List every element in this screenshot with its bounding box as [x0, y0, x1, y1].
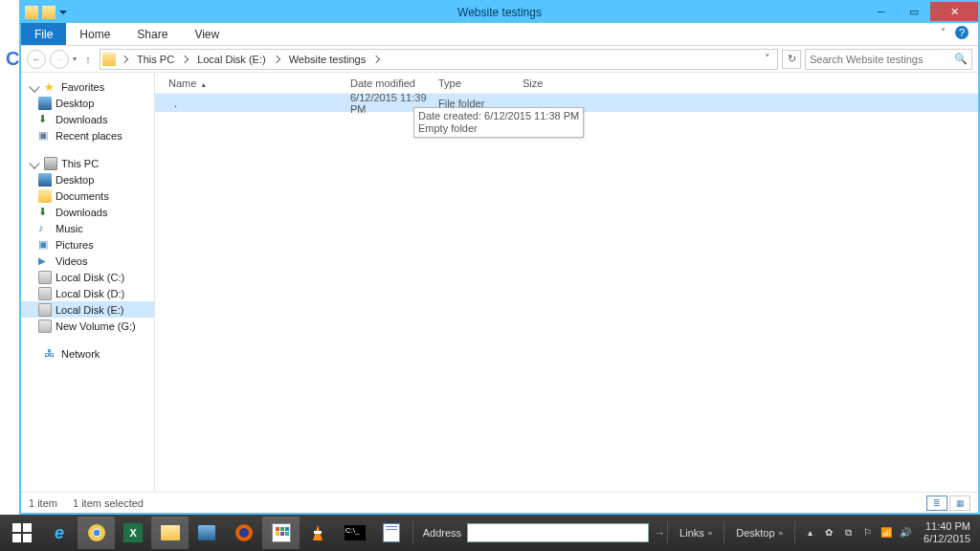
svg-rect-0: [12, 523, 21, 532]
nav-item[interactable]: Local Disk (C:): [21, 269, 154, 285]
tray-app-icon[interactable]: ✿: [822, 526, 835, 540]
collapse-icon[interactable]: [29, 81, 39, 92]
nav-head-favorites[interactable]: ★Favorites: [21, 78, 154, 95]
taskbar-clock[interactable]: 11:40 PM 6/12/2015: [918, 520, 976, 545]
chevron-right-icon[interactable]: [181, 55, 189, 62]
address-dropdown-icon[interactable]: ˅: [760, 53, 775, 65]
taskbar[interactable]: e X C:\_ Address → Links» Desktop» ▴ ✿ ⧉…: [0, 515, 980, 551]
tab-view[interactable]: View: [181, 23, 233, 45]
col-type[interactable]: Type: [438, 77, 523, 89]
taskbar-address-input[interactable]: [467, 523, 649, 542]
breadcrumb[interactable]: Local Disk (E:): [195, 54, 268, 65]
chevron-icon[interactable]: »: [779, 529, 783, 538]
start-button[interactable]: [4, 517, 41, 549]
col-size[interactable]: Size: [523, 77, 580, 89]
up-button[interactable]: ↑: [80, 52, 96, 67]
file-name: .: [174, 98, 350, 109]
recent-icon: [38, 129, 52, 143]
status-count: 1 item: [29, 497, 57, 509]
nav-group-favorites: ★Favorites Desktop Downloads Recent plac…: [21, 78, 154, 143]
back-button[interactable]: ←: [27, 50, 46, 69]
collapse-icon[interactable]: [29, 158, 39, 168]
forward-button[interactable]: →: [50, 50, 69, 69]
folder-icon: [38, 189, 52, 203]
task-icon[interactable]: [189, 517, 226, 549]
details-view-button[interactable]: ≣: [926, 496, 947, 511]
title-bar[interactable]: Website testings ─ ▭ ✕: [21, 2, 978, 23]
nav-head-thispc[interactable]: This PC: [21, 155, 154, 171]
links-toolbar[interactable]: Links»: [676, 527, 716, 539]
chevron-right-icon[interactable]: [272, 55, 279, 62]
file-tab[interactable]: File: [21, 23, 66, 45]
window-title: Website testings: [21, 6, 978, 19]
column-headers[interactable]: Name▲ Date modified Type Size: [155, 73, 978, 94]
status-bar: 1 item 1 item selected ≣ ▦: [21, 492, 978, 513]
volume-icon[interactable]: 🔊: [899, 526, 912, 540]
maximize-button[interactable]: ▭: [898, 2, 930, 21]
ribbon: File Home Share View ˅ ?: [21, 23, 978, 46]
nav-item-recent[interactable]: Recent places: [21, 127, 154, 143]
firefox-icon[interactable]: [226, 517, 263, 549]
search-input[interactable]: [810, 54, 968, 65]
ie-icon[interactable]: e: [41, 517, 78, 549]
wordpad-icon[interactable]: [373, 517, 411, 549]
nav-item[interactable]: Downloads: [21, 204, 154, 220]
cmd-icon[interactable]: C:\_: [336, 517, 373, 549]
qat-dropdown-icon[interactable]: [59, 11, 67, 18]
search-box[interactable]: 🔍: [805, 49, 972, 70]
nav-item[interactable]: Documents: [21, 187, 154, 204]
pc-icon: [44, 157, 57, 170]
chevron-icon[interactable]: »: [708, 529, 712, 538]
nav-item-desktop[interactable]: Desktop: [21, 95, 154, 111]
excel-icon[interactable]: X: [115, 517, 152, 549]
chevron-right-icon[interactable]: [372, 55, 380, 62]
tab-share[interactable]: Share: [123, 23, 181, 45]
tab-home[interactable]: Home: [66, 23, 123, 45]
nav-item[interactable]: Pictures: [21, 236, 154, 253]
separator: [724, 521, 724, 544]
close-button[interactable]: ✕: [930, 2, 978, 21]
drive-icon: [38, 320, 52, 333]
minimize-button[interactable]: ─: [865, 2, 898, 21]
explorer-icon[interactable]: [151, 517, 189, 549]
address-bar[interactable]: This PC Local Disk (E:) Website testings…: [100, 49, 778, 70]
chrome-icon[interactable]: [78, 517, 115, 549]
col-name[interactable]: Name▲: [168, 77, 350, 89]
separator: [412, 521, 413, 544]
col-date[interactable]: Date modified: [350, 77, 438, 89]
nav-item[interactable]: Music: [21, 220, 154, 236]
recent-locations-icon[interactable]: ▾: [73, 55, 77, 63]
nav-item-downloads[interactable]: Downloads: [21, 111, 154, 127]
downloads-icon: [38, 206, 52, 219]
address-folder-icon: [102, 53, 116, 66]
breadcrumb[interactable]: Website testings: [287, 54, 368, 65]
search-icon[interactable]: 🔍: [954, 53, 968, 65]
chevron-right-icon[interactable]: [121, 55, 128, 62]
tray-overflow-icon[interactable]: ▴: [803, 526, 816, 540]
desktop-toolbar[interactable]: Desktop»: [732, 527, 787, 539]
window-icon: [25, 6, 38, 19]
nav-label: Network: [61, 348, 100, 360]
go-icon[interactable]: →: [655, 527, 665, 539]
action-center-icon[interactable]: ⚐: [860, 526, 874, 540]
refresh-button[interactable]: ↻: [782, 50, 801, 69]
network-icon[interactable]: 📶: [880, 526, 893, 540]
expand-ribbon-icon[interactable]: ˅: [941, 27, 946, 37]
nav-item[interactable]: Desktop: [21, 171, 154, 187]
navigation-pane[interactable]: ★Favorites Desktop Downloads Recent plac…: [21, 73, 155, 492]
qat-properties-icon[interactable]: [42, 6, 56, 19]
tray-app-icon[interactable]: ⧉: [841, 526, 855, 540]
help-icon[interactable]: ?: [955, 26, 969, 39]
nav-item[interactable]: New Volume (G:): [21, 318, 154, 334]
breadcrumb[interactable]: This PC: [135, 54, 176, 65]
nav-group-network: 🖧Network: [21, 345, 154, 362]
folder-icon: [161, 525, 180, 540]
vlc-icon[interactable]: [300, 517, 337, 549]
icons-view-button[interactable]: ▦: [949, 496, 970, 511]
nav-item[interactable]: Videos: [21, 253, 154, 269]
nav-item[interactable]: Local Disk (D:): [21, 285, 154, 301]
content-pane[interactable]: Name▲ Date modified Type Size . 6/12/201…: [155, 73, 978, 492]
nav-head-network[interactable]: 🖧Network: [21, 345, 154, 362]
nav-item-selected[interactable]: Local Disk (E:): [21, 301, 154, 318]
app-icon[interactable]: [262, 517, 300, 549]
